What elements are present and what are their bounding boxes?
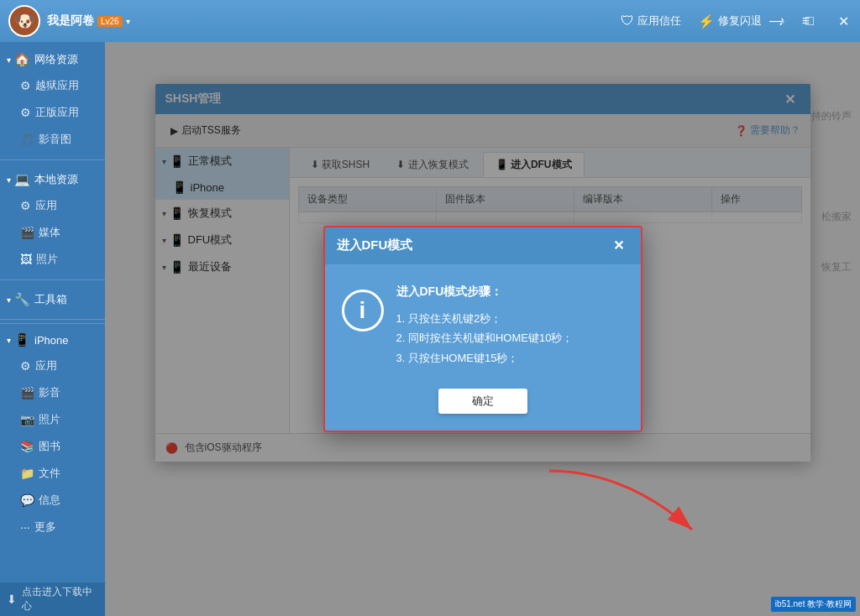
dfu-content: 进入DFU模式步骤： 1. 只按住关机键2秒； 2. 同时按住关机键和HOME键… xyxy=(396,281,574,368)
iphone-app-label: 应用 xyxy=(35,358,57,373)
sidebar-item-media[interactable]: 🎵 影音图 xyxy=(0,126,105,153)
local-section-label: 本地资源 xyxy=(34,172,78,187)
dfu-modal-title-text: 进入DFU模式 xyxy=(337,238,413,253)
photo-icon: 🖼 xyxy=(20,253,32,266)
dropdown-arrow-icon[interactable]: ▾ xyxy=(126,17,130,26)
collapse-icon: ▾ xyxy=(7,55,11,65)
divider-1 xyxy=(0,159,105,160)
iphone-photo-icon: 📷 xyxy=(20,413,34,426)
iphone-messages-label: 信息 xyxy=(39,493,60,508)
dfu-step-2: 2. 同时按住关机键和HOME键10秒； xyxy=(396,328,574,347)
more-icon: ··· xyxy=(20,520,30,534)
dfu-heading: 进入DFU模式步骤： xyxy=(396,281,574,302)
info-icon: i xyxy=(342,290,384,331)
content-area: SHSH管理 ✕ ▶ 启动TSS服务 ❓ 需要帮助？ xyxy=(105,42,860,616)
dfu-close-button[interactable]: ✕ xyxy=(609,236,629,256)
divider-3 xyxy=(0,319,105,320)
sidebar-item-iphone-books[interactable]: 📚 图书 xyxy=(0,433,105,460)
watermark-text1: ib51.net xyxy=(775,599,805,608)
download-icon: ⬇ xyxy=(7,593,17,606)
sidebar-item-jailbreak[interactable]: ⚙ 越狱应用 xyxy=(0,72,105,99)
lightning-icon: ⚡ xyxy=(698,13,715,29)
sidebar-item-iphone-messages[interactable]: 💬 信息 xyxy=(0,487,105,514)
app-trust-label: 应用信任 xyxy=(637,13,681,29)
dfu-footer: 确定 xyxy=(325,389,641,431)
dfu-step-3: 3. 只按住HOME键15秒； xyxy=(396,348,574,368)
iphone-section-label: iPhone xyxy=(34,334,68,347)
local-media-icon: 🎬 xyxy=(20,226,34,239)
sidebar-item-iphone-media[interactable]: 🎬 影音 xyxy=(0,379,105,406)
red-arrow xyxy=(541,462,709,549)
dfu-modal-overlay: 进入DFU模式 ✕ i 进入DFU模式步骤： 1. 只按住关机键2秒； 2. 同… xyxy=(105,42,860,616)
collapse-icon-2: ▾ xyxy=(7,175,11,185)
toolbox-icon: 🔧 xyxy=(14,292,30,307)
collapse-icon-3: ▾ xyxy=(7,295,11,305)
files-icon: 📁 xyxy=(20,467,34,480)
local-app-label: 应用 xyxy=(35,198,57,213)
username: 我是阿卷 xyxy=(47,13,94,29)
fix-crash-button[interactable]: ⚡ 修复闪退 xyxy=(698,13,762,29)
local-section: ▾ 💻 本地资源 ⚙ 应用 🎬 媒体 🖼 照片 xyxy=(0,162,105,278)
iphone-photo-label: 照片 xyxy=(39,412,60,427)
watermark: ib51.net 教学·教程网 xyxy=(771,597,856,612)
sidebar-item-iphone-app[interactable]: ⚙ 应用 xyxy=(0,352,105,379)
iphone-files-label: 文件 xyxy=(39,466,60,481)
messages-icon: 💬 xyxy=(20,493,34,507)
dfu-confirm-button[interactable]: 确定 xyxy=(438,389,527,414)
books-icon: 📚 xyxy=(20,440,34,453)
toolbox-label: 工具箱 xyxy=(34,292,67,307)
user-level: Lv26 xyxy=(97,16,123,27)
window-controls: — □ ✕ xyxy=(759,0,860,42)
shsh-dialog-container: SHSH管理 ✕ ▶ 启动TSS服务 ❓ 需要帮助？ xyxy=(105,42,860,616)
computer-icon: 💻 xyxy=(14,172,30,187)
dfu-step-1: 1. 只按住关机键2秒； xyxy=(396,309,574,328)
download-center-button[interactable]: ⬇ 点击进入下载中心 xyxy=(0,582,105,616)
sidebar-header-toolbox[interactable]: ▾ 🔧 工具箱 xyxy=(0,287,105,312)
maximize-button[interactable]: □ xyxy=(793,0,826,42)
jailbreak-label: 越狱应用 xyxy=(35,78,79,93)
media-label: 影音图 xyxy=(39,132,71,147)
iphone-app-icon: ⚙ xyxy=(20,359,31,373)
dfu-body: i 进入DFU模式步骤： 1. 只按住关机键2秒； 2. 同时按住关机键和HOM… xyxy=(325,264,641,389)
close-button[interactable]: ✕ xyxy=(826,0,860,42)
sidebar-header-iphone[interactable]: ▾ 📱 iPhone xyxy=(0,327,105,352)
iphone-media-label: 影音 xyxy=(39,385,60,400)
sidebar-item-local-media[interactable]: 🎬 媒体 xyxy=(0,219,105,246)
iphone-books-label: 图书 xyxy=(39,439,60,454)
network-section-label: 网络资源 xyxy=(34,52,78,67)
iphone-section: ▾ 📱 iPhone ⚙ 应用 🎬 影音 📷 照片 📚 图书 📁 xyxy=(0,323,105,540)
sidebar-item-local-app[interactable]: ⚙ 应用 xyxy=(0,192,105,219)
home-icon: 🏠 xyxy=(14,52,30,67)
toolbox-section: ▾ 🔧 工具箱 xyxy=(0,282,105,317)
minimize-button[interactable]: — xyxy=(759,0,793,42)
sidebar-header-network[interactable]: ▾ 🏠 网络资源 xyxy=(0,47,105,72)
avatar: 🐶 xyxy=(8,5,40,37)
app-icon: ⚙ xyxy=(20,199,31,212)
collapse-icon-4: ▾ xyxy=(7,336,11,345)
local-photo-label: 照片 xyxy=(36,252,58,267)
official-label: 正版应用 xyxy=(35,105,79,120)
dfu-modal: 进入DFU模式 ✕ i 进入DFU模式步骤： 1. 只按住关机键2秒； 2. 同… xyxy=(323,226,642,432)
sidebar: ▾ 🏠 网络资源 ⚙ 越狱应用 ⚙ 正版应用 🎵 影音图 ▾ 💻 本地资源 xyxy=(0,42,105,616)
divider-2 xyxy=(0,279,105,280)
iphone-more-label: 更多 xyxy=(34,519,56,535)
download-center-label: 点击进入下载中心 xyxy=(22,585,98,613)
dfu-modal-titlebar: 进入DFU模式 ✕ xyxy=(325,227,641,264)
official-icon: ⚙ xyxy=(20,106,31,119)
sidebar-item-iphone-photo[interactable]: 📷 照片 xyxy=(0,406,105,433)
sidebar-item-iphone-files[interactable]: 📁 文件 xyxy=(0,460,105,487)
media-icon: 🎵 xyxy=(20,133,34,146)
network-section: ▾ 🏠 网络资源 ⚙ 越狱应用 ⚙ 正版应用 🎵 影音图 xyxy=(0,42,105,158)
fix-crash-label: 修复闪退 xyxy=(718,13,762,29)
watermark-text2: 教学·教程网 xyxy=(807,599,852,608)
sidebar-item-official-app[interactable]: ⚙ 正版应用 xyxy=(0,99,105,126)
sidebar-header-local[interactable]: ▾ 💻 本地资源 xyxy=(0,167,105,192)
app-trust-button[interactable]: 🛡 应用信任 xyxy=(621,13,681,29)
sidebar-item-local-photo[interactable]: 🖼 照片 xyxy=(0,246,105,273)
main-container: ▾ 🏠 网络资源 ⚙ 越狱应用 ⚙ 正版应用 🎵 影音图 ▾ 💻 本地资源 xyxy=(0,42,860,616)
jailbreak-icon: ⚙ xyxy=(20,79,31,92)
shield-icon: 🛡 xyxy=(621,13,634,29)
sidebar-item-iphone-more[interactable]: ··· 更多 xyxy=(0,514,105,540)
local-media-label: 媒体 xyxy=(39,225,60,240)
iphone-media-icon: 🎬 xyxy=(20,386,34,399)
